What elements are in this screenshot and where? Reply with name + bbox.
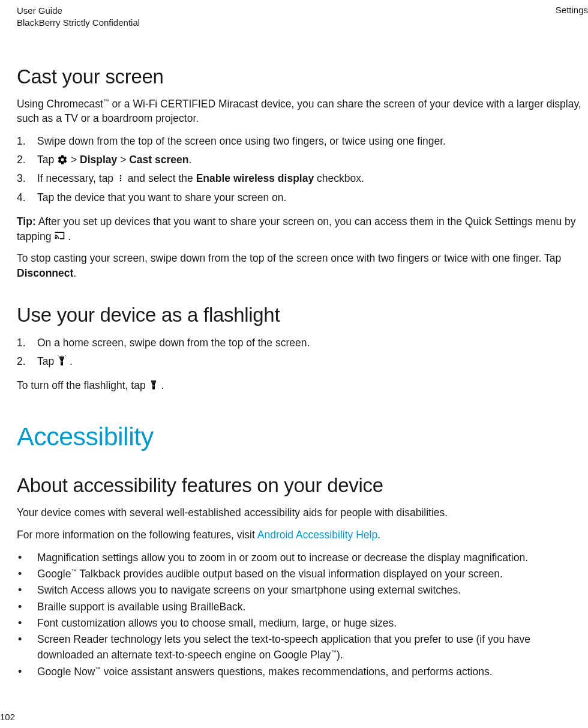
cast-step-3: If necessary, tap and select the Enable … <box>17 170 588 187</box>
trademark-symbol: ™ <box>331 649 337 656</box>
stop-pre: To stop casting your screen, swipe down … <box>17 252 561 264</box>
cast-icon <box>54 231 65 240</box>
flashlight-icon <box>149 379 158 391</box>
f2-pre: Tap <box>37 355 57 367</box>
page-header: User Guide BlackBerry Strictly Confident… <box>17 5 588 29</box>
svg-point-3 <box>55 238 56 239</box>
s2-bold1: Display <box>80 154 117 166</box>
p2-end: . <box>377 529 380 541</box>
bullet-braille: Braille support is available using Brail… <box>17 599 588 615</box>
b6-post: ). <box>337 649 343 661</box>
s2-mid2: > <box>117 154 129 166</box>
header-left: User Guide BlackBerry Strictly Confident… <box>17 5 140 29</box>
accessibility-p2: For more information on the following fe… <box>17 528 588 543</box>
b7-post: voice assistant answers questions, makes… <box>101 666 493 678</box>
svg-point-4 <box>61 361 62 362</box>
s2-mid1: > <box>68 154 80 166</box>
cast-step-2: Tap > Display > Cast screen. <box>17 152 588 168</box>
cast-intro-pre: Using Chromecast <box>17 98 103 110</box>
b6-pre: Screen Reader technology lets you select… <box>37 633 530 661</box>
off-pre: To turn off the flashlight, tap <box>17 379 149 391</box>
heading-accessibility-about: About accessibility features on your dev… <box>17 474 588 497</box>
bullet-font: Font customization allows you to choose … <box>17 615 588 631</box>
bullet-talkback: Google™ Talkback provides audible output… <box>17 566 588 582</box>
android-accessibility-link[interactable]: Android Accessibility Help <box>257 529 377 541</box>
more-vert-icon <box>116 173 125 184</box>
tip-pre: After you set up devices that you want t… <box>17 215 576 242</box>
f2-end: . <box>67 355 73 367</box>
tip-end: . <box>65 230 71 242</box>
svg-point-0 <box>120 175 122 176</box>
svg-point-1 <box>120 178 122 179</box>
flashlight-steps: On a home screen, swipe down from the to… <box>17 335 588 370</box>
s2-end: . <box>188 154 191 166</box>
s3-mid: and select the <box>125 172 196 184</box>
cast-stop: To stop casting your screen, swipe down … <box>17 251 588 281</box>
cast-step-1: Swipe down from the top of the screen on… <box>17 133 588 149</box>
flashlight-icon <box>57 355 67 367</box>
s3-bold: Enable wireless display <box>196 172 314 184</box>
page-number: 102 <box>0 712 15 722</box>
p2-pre: For more information on the following fe… <box>17 529 257 541</box>
cast-tip: Tip: After you set up devices that you w… <box>17 214 588 244</box>
cast-intro: Using Chromecast™ or a Wi-Fi CERTIFIED M… <box>17 97 588 127</box>
off-end: . <box>158 379 164 391</box>
trademark-symbol: ™ <box>95 666 101 672</box>
s3-pre: If necessary, tap <box>37 172 116 184</box>
heading-flashlight: Use your device as a flashlight <box>17 304 588 326</box>
heading-cast: Cast your screen <box>17 65 588 88</box>
trademark-symbol: ™ <box>103 98 109 104</box>
header-section-name: Settings <box>556 5 588 29</box>
b2-post: Talkback provides audible output based o… <box>77 568 503 580</box>
settings-gear-icon <box>57 154 68 165</box>
confidentiality: BlackBerry Strictly Confidential <box>17 17 140 29</box>
bullet-magnification: Magnification settings allow you to zoom… <box>17 550 588 565</box>
accessibility-bullets: Magnification settings allow you to zoom… <box>17 550 588 679</box>
bullet-google-now: Google Now™ voice assistant answers ques… <box>17 664 588 679</box>
svg-point-2 <box>120 180 122 182</box>
flash-step-1: On a home screen, swipe down from the to… <box>17 335 588 351</box>
bullet-screen-reader: Screen Reader technology lets you select… <box>17 631 588 663</box>
s3-end: checkbox. <box>314 172 364 184</box>
stop-bold: Disconnect <box>17 267 73 279</box>
cast-steps: Swipe down from the top of the screen on… <box>17 133 588 206</box>
accessibility-p1: Your device comes with several well-esta… <box>17 505 588 520</box>
tip-label: Tip: <box>17 215 36 227</box>
stop-end: . <box>73 267 76 279</box>
cast-step-4: Tap the device that you want to share yo… <box>17 190 588 206</box>
flashlight-off: To turn off the flashlight, tap . <box>17 378 588 393</box>
heading-accessibility-major: Accessibility <box>17 422 588 451</box>
svg-point-5 <box>153 385 154 386</box>
doc-title: User Guide <box>17 5 140 17</box>
trademark-symbol: ™ <box>71 568 77 574</box>
s2-pre: Tap <box>37 154 57 166</box>
s2-bold2: Cast screen <box>129 154 188 166</box>
b2-pre: Google <box>37 568 71 580</box>
flash-step-2: Tap . <box>17 353 588 370</box>
bullet-switch-access: Switch Access allows you to navigate scr… <box>17 582 588 598</box>
b7-pre: Google Now <box>37 666 95 678</box>
